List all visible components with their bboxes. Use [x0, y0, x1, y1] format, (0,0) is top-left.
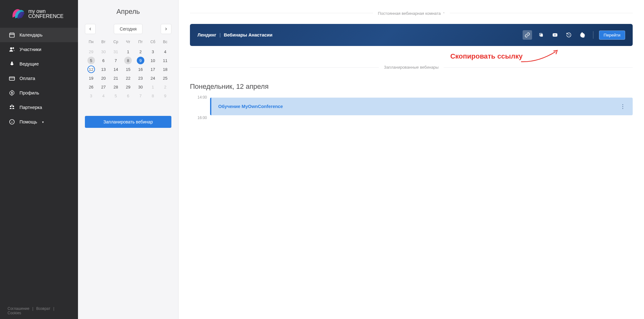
- calendar-day[interactable]: 23: [134, 74, 147, 83]
- footer-agreement[interactable]: Соглашение: [8, 306, 29, 311]
- calendar-day[interactable]: 5: [85, 56, 97, 65]
- calendar-day[interactable]: 28: [110, 83, 122, 91]
- calendar-day[interactable]: 30: [134, 83, 147, 91]
- calendar-day[interactable]: 17: [147, 65, 159, 74]
- svg-rect-11: [540, 34, 543, 37]
- chevron-up-icon: ˄: [443, 12, 445, 15]
- calendar-day[interactable]: 18: [159, 65, 171, 74]
- calendar-day[interactable]: 13: [97, 65, 109, 74]
- calendar-day[interactable]: 14: [110, 65, 122, 74]
- calendar-today-button[interactable]: Сегодня: [114, 24, 143, 34]
- calendar-icon: [9, 32, 15, 38]
- nav-label: Ведущие: [19, 61, 39, 66]
- room-toggle[interactable]: Постоянная вебинарная комната ˄: [190, 8, 633, 13]
- footer-links: Соглашение | Возврат | Cookies: [0, 303, 78, 319]
- go-button[interactable]: Перейти: [599, 31, 625, 40]
- nav-label: Помощь: [19, 119, 37, 124]
- logo-icon: [11, 8, 25, 20]
- nav-label: Участники: [19, 47, 41, 52]
- calendar-day[interactable]: 4: [97, 91, 109, 100]
- landing-link[interactable]: Лендинг: [197, 32, 216, 37]
- calendar-day[interactable]: 19: [85, 74, 97, 83]
- sidebar-item-presenters[interactable]: Ведущие: [0, 57, 78, 71]
- calendar-day[interactable]: 5: [110, 91, 122, 100]
- calendar-day[interactable]: 21: [110, 74, 122, 83]
- chevron-right-icon: [164, 27, 168, 31]
- scheduled-divider: Запланированные вебинары: [190, 67, 633, 72]
- svg-rect-0: [10, 33, 14, 37]
- copy-button[interactable]: [536, 30, 546, 40]
- history-icon: [566, 32, 572, 38]
- settings-button[interactable]: [578, 30, 587, 40]
- room-name: Вебинары Анастасии: [224, 32, 273, 37]
- sidebar: my own CONFERENCE Календарь Участники Ве…: [0, 0, 78, 319]
- calendar-day[interactable]: 8: [122, 56, 134, 65]
- chevron-left-icon: [88, 27, 92, 31]
- annotation-text: Скопировать ссылку: [450, 52, 523, 60]
- calendar-day[interactable]: 12: [85, 65, 97, 74]
- svg-text:$: $: [12, 105, 12, 106]
- calendar-weekday: Вт: [97, 40, 109, 47]
- calendar-day[interactable]: 31: [110, 47, 122, 56]
- calendar-day[interactable]: 16: [134, 65, 147, 74]
- calendar-day[interactable]: 8: [147, 91, 159, 100]
- sidebar-item-help[interactable]: Помощь ▾: [0, 115, 78, 129]
- svg-point-5: [11, 92, 13, 94]
- chevron-down-icon: ▾: [42, 120, 44, 124]
- calendar-day[interactable]: 22: [122, 74, 134, 83]
- users-icon: [9, 46, 15, 53]
- sidebar-item-payment[interactable]: Оплата: [0, 71, 78, 86]
- calendar-day[interactable]: 9: [159, 91, 171, 100]
- calendar-day[interactable]: 29: [85, 47, 97, 56]
- calendar-weekday: Вс: [159, 40, 171, 47]
- mic-icon: [9, 61, 15, 67]
- calendar-day[interactable]: 6: [97, 56, 109, 65]
- main: Постоянная вебинарная комната ˄ Лендинг …: [179, 0, 644, 319]
- gear-icon: [9, 90, 15, 96]
- time-label: 16:00: [190, 116, 207, 136]
- youtube-button[interactable]: [550, 30, 560, 40]
- calendar-weekday: Пн: [85, 40, 97, 47]
- calendar-day[interactable]: 1: [122, 47, 134, 56]
- calendar-day[interactable]: 3: [147, 47, 159, 56]
- event-menu-button[interactable]: [619, 103, 626, 110]
- calendar-day[interactable]: 29: [122, 83, 134, 91]
- calendar-day[interactable]: 10: [147, 56, 159, 65]
- footer-refund[interactable]: Возврат: [36, 306, 50, 311]
- calendar-next[interactable]: [161, 24, 171, 34]
- calendar-panel: Апрель Сегодня ПнВтСрЧтПтСбВс 2930311234…: [78, 0, 179, 319]
- calendar-day[interactable]: 4: [159, 47, 171, 56]
- event-title: Обучение MyOwnConference: [218, 104, 283, 109]
- history-button[interactable]: [564, 30, 574, 40]
- event-card[interactable]: Обучение MyOwnConference: [210, 98, 633, 115]
- calendar-day[interactable]: 2: [159, 83, 171, 91]
- footer-cookies[interactable]: Cookies: [8, 311, 21, 315]
- sidebar-item-participants[interactable]: Участники: [0, 42, 78, 57]
- calendar-day[interactable]: 11: [159, 56, 171, 65]
- calendar-day[interactable]: 6: [122, 91, 134, 100]
- sidebar-item-calendar[interactable]: Календарь: [0, 28, 78, 42]
- calendar-day[interactable]: 2: [134, 47, 147, 56]
- calendar-day[interactable]: 26: [85, 83, 97, 91]
- calendar-day[interactable]: 15: [122, 65, 134, 74]
- calendar-day[interactable]: 7: [134, 91, 147, 100]
- calendar-day[interactable]: 3: [85, 91, 97, 100]
- calendar-day[interactable]: 30: [97, 47, 109, 56]
- plan-webinar-button[interactable]: Запланировать вебинар: [85, 116, 171, 128]
- calendar-day[interactable]: 7: [110, 56, 122, 65]
- sidebar-item-affiliate[interactable]: $ Партнерка: [0, 100, 78, 115]
- svg-point-6: [10, 105, 11, 107]
- nav: Календарь Участники Ведущие Оплата Профи…: [0, 28, 78, 303]
- calendar-grid: ПнВтСрЧтПтСбВс 2930311234567891011121314…: [85, 40, 171, 100]
- calendar-day[interactable]: 1: [147, 83, 159, 91]
- calendar-prev[interactable]: [85, 24, 96, 34]
- calendar-day[interactable]: 27: [97, 83, 109, 91]
- calendar-day[interactable]: 20: [97, 74, 109, 83]
- annotation: Скопировать ссылку: [190, 48, 633, 67]
- calendar-day[interactable]: 9: [134, 56, 147, 65]
- sidebar-item-profile[interactable]: Профиль: [0, 86, 78, 100]
- calendar-day[interactable]: 25: [159, 74, 171, 83]
- copy-link-button[interactable]: [523, 30, 532, 40]
- calendar-weekday: Ср: [110, 40, 122, 47]
- calendar-day[interactable]: 24: [147, 74, 159, 83]
